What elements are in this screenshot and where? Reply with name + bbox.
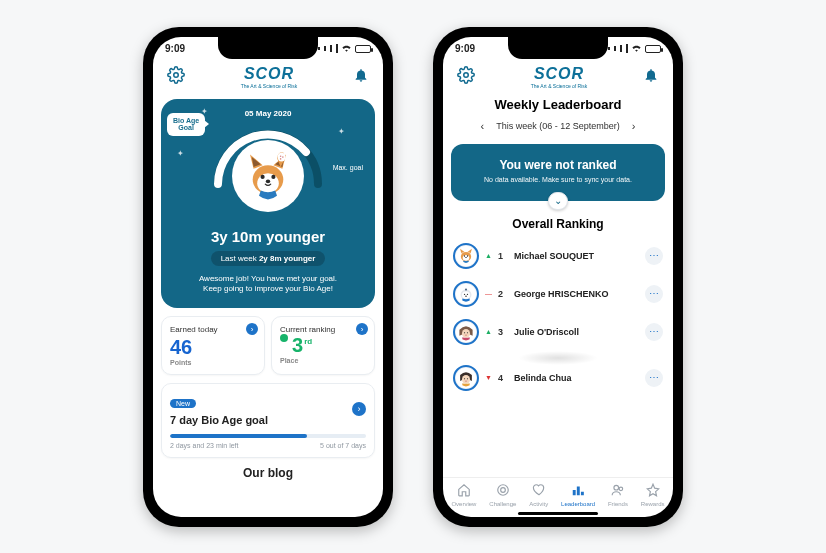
tab-challenge[interactable]: Challenge xyxy=(489,483,516,507)
svg-point-0 xyxy=(174,72,179,77)
stats-row: Earned today › 46 Points Current ranking… xyxy=(161,316,375,375)
svg-point-7 xyxy=(280,155,282,157)
phone-frame-left: 9:09 SCOR The Art & Science of Risk xyxy=(143,27,393,527)
tab-overview[interactable]: Overview xyxy=(451,483,476,507)
chevron-right-icon[interactable]: › xyxy=(356,323,368,335)
wifi-icon xyxy=(631,43,642,54)
svg-point-19 xyxy=(465,288,467,290)
target-icon xyxy=(496,483,510,500)
more-button[interactable]: ⋯ xyxy=(645,247,663,265)
brand-name: SCOR xyxy=(244,65,294,82)
app-header: SCOR The Art & Science of Risk xyxy=(153,61,383,95)
svg-point-23 xyxy=(465,295,467,296)
svg-point-5 xyxy=(266,179,271,183)
svg-point-3 xyxy=(261,174,265,178)
settings-icon[interactable] xyxy=(457,66,475,88)
current-ranking-card[interactable]: Current ranking › 3 rd Place xyxy=(271,316,375,375)
last-week-pill: Last week 2y 8m younger xyxy=(211,251,326,266)
svg-point-6 xyxy=(277,152,285,161)
rank-name: Belinda Chua xyxy=(514,373,639,383)
hero-message: Awesome job! You have met your goal. Kee… xyxy=(169,274,367,295)
earned-unit: Points xyxy=(170,359,256,366)
week-selector: ‹ This week (06 - 12 September) › xyxy=(443,118,673,134)
goal-time-left: 2 days and 23 min left xyxy=(170,442,239,449)
home-indicator xyxy=(518,512,598,515)
status-time: 9:09 xyxy=(165,43,185,54)
prev-week-button[interactable]: ‹ xyxy=(477,118,489,134)
notifications-icon[interactable] xyxy=(643,67,659,87)
tab-rewards[interactable]: Rewards xyxy=(641,483,665,507)
svg-point-8 xyxy=(282,156,284,158)
goal-title: 7 day Bio Age goal xyxy=(170,414,366,426)
heart-icon xyxy=(532,483,546,500)
star-icon xyxy=(646,483,660,500)
brand-name: SCOR xyxy=(534,65,584,82)
avatar xyxy=(453,365,479,391)
chevron-right-icon[interactable]: › xyxy=(246,323,258,335)
rank-number: 3 xyxy=(498,327,508,337)
rank-title: Current ranking xyxy=(280,325,366,334)
more-button[interactable]: ⋯ xyxy=(645,285,663,303)
tab-label: Rewards xyxy=(641,501,665,507)
not-ranked-title: You were not ranked xyxy=(461,158,655,172)
ranking-row[interactable]: ▲ 3 Julie O'Driscoll ⋯ xyxy=(443,313,673,351)
svg-rect-35 xyxy=(577,486,580,495)
status-indicators xyxy=(607,43,661,54)
ranking-row[interactable]: ▲ 1 Michael SOUQUET ⋯ xyxy=(443,237,673,275)
home-icon xyxy=(457,483,471,500)
more-button[interactable]: ⋯ xyxy=(645,369,663,387)
avatar xyxy=(453,243,479,269)
max-goal-label: Max. goal xyxy=(333,164,363,171)
week-label: This week (06 - 12 September) xyxy=(496,121,620,131)
svg-point-20 xyxy=(462,291,470,298)
mascot-avatar xyxy=(232,140,304,212)
earned-today-card[interactable]: Earned today › 46 Points xyxy=(161,316,265,375)
svg-point-38 xyxy=(619,487,623,491)
ranking-row[interactable]: — 2 George HRISCHENKO ⋯ xyxy=(443,275,673,313)
earned-title: Earned today xyxy=(170,325,256,334)
goal-counter: 5 out of 7 days xyxy=(320,442,366,449)
battery-icon xyxy=(645,45,661,53)
avatar xyxy=(453,281,479,307)
tab-activity[interactable]: Activity xyxy=(529,483,548,507)
blog-section-title: Our blog xyxy=(153,466,383,480)
ranking-row[interactable]: ▼ 4 Belinda Chua ⋯ xyxy=(443,365,673,397)
battery-icon xyxy=(355,45,371,53)
tab-leaderboard[interactable]: Leaderboard xyxy=(561,483,595,507)
trend-up-icon: ▲ xyxy=(485,328,492,335)
status-indicators xyxy=(317,43,371,54)
new-badge: New xyxy=(170,399,196,408)
pill-prefix: Last week xyxy=(221,254,257,263)
svg-point-29 xyxy=(462,375,470,384)
brand-tagline: The Art & Science of Risk xyxy=(241,83,298,89)
svg-point-31 xyxy=(467,378,468,379)
notifications-icon[interactable] xyxy=(353,67,369,87)
more-button[interactable]: ⋯ xyxy=(645,323,663,341)
tab-label: Friends xyxy=(608,501,628,507)
goal-progress-bar xyxy=(170,434,366,438)
rank-number: 1 xyxy=(498,251,508,261)
rank-unit: Place xyxy=(280,357,366,364)
pill-value: 2y 8m younger xyxy=(259,254,315,263)
rank-number: 4 xyxy=(498,373,508,383)
tab-label: Activity xyxy=(529,501,548,507)
brand-tagline: The Art & Science of Risk xyxy=(531,83,588,89)
svg-point-25 xyxy=(462,329,470,338)
friends-icon xyxy=(611,483,625,500)
phone-notch xyxy=(508,37,608,59)
rank-name: Michael SOUQUET xyxy=(514,251,639,261)
not-ranked-card: You were not ranked No data available. M… xyxy=(451,144,665,201)
expand-button[interactable]: ⌄ xyxy=(548,192,568,210)
settings-icon[interactable] xyxy=(167,66,185,88)
bioage-hero-card: ✦ ✦ ✦ Bio Age Goal 05 May 2020 xyxy=(161,99,375,309)
avatar xyxy=(453,319,479,345)
tab-friends[interactable]: Friends xyxy=(608,483,628,507)
svg-point-27 xyxy=(467,332,468,333)
bioage-goal-card[interactable]: New 7 day Bio Age goal › 2 days and 23 m… xyxy=(161,383,375,458)
next-week-button[interactable]: › xyxy=(628,118,640,134)
screen-right: 9:09 SCOR The Art & Science of Risk xyxy=(443,37,673,517)
svg-point-21 xyxy=(464,293,465,294)
tab-label: Overview xyxy=(451,501,476,507)
screen-left: 9:09 SCOR The Art & Science of Risk xyxy=(153,37,383,517)
svg-point-4 xyxy=(271,174,275,178)
